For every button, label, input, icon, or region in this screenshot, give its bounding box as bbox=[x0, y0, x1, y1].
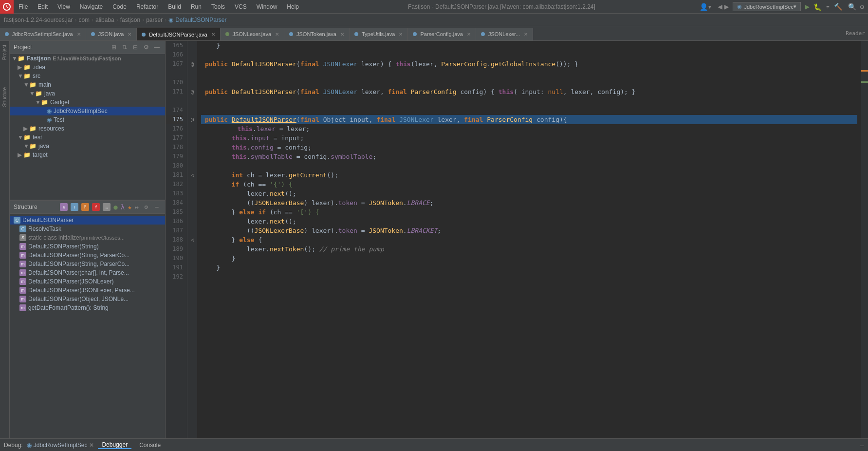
tab-typeutils[interactable]: TypeUtils.java ✕ bbox=[350, 28, 408, 40]
bc-class[interactable]: ◉ bbox=[168, 17, 173, 23]
root-name: Fastjson bbox=[27, 55, 51, 62]
structure-settings-icon[interactable]: ⚙ bbox=[142, 203, 150, 211]
tree-src[interactable]: ▼ 📁 src bbox=[10, 72, 165, 80]
tree-target[interactable]: ▶ 📁 target bbox=[10, 150, 165, 159]
menu-refactor[interactable]: Refactor bbox=[131, 0, 163, 13]
project-collapse-icon[interactable]: ⊟ bbox=[131, 43, 140, 52]
menu-code[interactable]: Code bbox=[108, 0, 131, 13]
menu-window[interactable]: Window bbox=[252, 0, 282, 13]
annotation-175[interactable]: @ bbox=[187, 115, 197, 124]
menu-help[interactable]: Help bbox=[282, 0, 304, 13]
tab-close-icon[interactable]: ✕ bbox=[211, 32, 215, 37]
tree-main[interactable]: ▼ 📁 main bbox=[10, 80, 165, 89]
account-icon[interactable]: 👤▾ bbox=[700, 3, 712, 11]
annotation-167[interactable]: @ bbox=[187, 59, 197, 69]
tree-gadget[interactable]: ▼ 📁 Gadget bbox=[10, 98, 165, 107]
tab-label: JdbcRowSetImplSec.java bbox=[12, 31, 73, 37]
struct-item-constructor3[interactable]: m DefaultJSONParser(String, ParserCo... bbox=[10, 260, 165, 268]
project-settings-icon[interactable]: ⚙ bbox=[142, 43, 150, 52]
tab-close-icon[interactable]: ✕ bbox=[467, 32, 471, 37]
bc-alibaba[interactable]: alibaba bbox=[95, 17, 114, 23]
forward-icon[interactable]: ▶ bbox=[724, 2, 729, 11]
code-content-area[interactable]: } public DefaultJSONParser ( final JSONL… bbox=[197, 41, 861, 438]
menu-build[interactable]: Build bbox=[163, 0, 186, 13]
tab-parserconfig[interactable]: ParserConfig.java ✕ bbox=[408, 28, 476, 40]
tree-test[interactable]: ◉ Test bbox=[10, 115, 165, 124]
debug-run-btn[interactable]: 🐛 bbox=[813, 3, 822, 11]
struct-item-constructor4[interactable]: m DefaultJSONParser(char[], int, Parse..… bbox=[10, 268, 165, 277]
bc-fastjson[interactable]: fastjson bbox=[120, 17, 140, 23]
filter2-icon[interactable]: f bbox=[92, 203, 100, 211]
tab-jsonlexer[interactable]: JSONLexer.java ✕ bbox=[221, 28, 284, 40]
tab-jsontoken[interactable]: JSONToken.java ✕ bbox=[284, 28, 350, 40]
tree-test-java[interactable]: ▼ 📁 java bbox=[10, 142, 165, 150]
struct-item-constructor6[interactable]: m DefaultJSONParser(JSONLexer, Parse... bbox=[10, 286, 165, 295]
tab-close-icon[interactable]: ✕ bbox=[77, 32, 81, 37]
tree-root[interactable]: ▼ 📁 Fastjson E:\JavaWebStudy\Fastjson bbox=[10, 54, 165, 63]
folder-icon: 📁 bbox=[18, 55, 25, 62]
struct-item-defaultjsonparser[interactable]: C DefaultJSONParser bbox=[10, 216, 165, 225]
run-btn[interactable]: ▶ bbox=[805, 2, 810, 11]
project-scroll-icon[interactable]: ⇅ bbox=[120, 43, 129, 52]
struct-item-getdatefomartpattern[interactable]: m getDateFomartPattern(): String bbox=[10, 303, 165, 312]
filter-icon[interactable]: F bbox=[81, 203, 89, 211]
struct-item-constructor2[interactable]: m DefaultJSONParser(String, ParserCo... bbox=[10, 251, 165, 260]
menu-vcs[interactable]: VCS bbox=[230, 0, 252, 13]
project-minimize-icon[interactable]: — bbox=[152, 43, 161, 52]
tab-json[interactable]: JSON.java ✕ bbox=[86, 28, 137, 40]
structure-panel-toggle[interactable]: Structure bbox=[2, 87, 7, 107]
tab-jsonlexer2[interactable]: JSONLexer... ✕ bbox=[476, 28, 533, 40]
method-icon: m bbox=[19, 252, 26, 259]
struct-item-resolvetask[interactable]: C ResolveTask bbox=[10, 225, 165, 233]
struct-item-constructor1[interactable]: m DefaultJSONParser(String) bbox=[10, 242, 165, 251]
expand-icon[interactable]: ↔ bbox=[135, 203, 139, 211]
sort-alpha-icon[interactable]: ⇅ bbox=[60, 203, 68, 211]
coverage-btn[interactable]: ☂ bbox=[826, 3, 830, 11]
project-layout-icon[interactable]: ⊞ bbox=[110, 43, 118, 52]
back-icon[interactable]: ◀ bbox=[718, 2, 722, 11]
more-icon[interactable]: … bbox=[103, 203, 111, 211]
tab-close-icon[interactable]: ✕ bbox=[128, 32, 131, 37]
annotation-171[interactable]: @ bbox=[187, 87, 197, 96]
tab-defaultjsonparser[interactable]: DefaultJSONParser.java ✕ bbox=[137, 28, 220, 40]
menu-edit[interactable]: Edit bbox=[33, 0, 53, 13]
sort-order-icon[interactable]: ⇕ bbox=[71, 203, 78, 211]
tab-jdbcrowsetimplsec[interactable]: JdbcRowSetImplSec.java ✕ bbox=[0, 28, 86, 40]
project-panel-toggle[interactable]: Project bbox=[2, 45, 7, 60]
debug-tab-console[interactable]: Console bbox=[135, 442, 165, 449]
debug-tab-debugger[interactable]: Debugger bbox=[98, 441, 131, 449]
bc-parser[interactable]: parser bbox=[146, 17, 163, 23]
debug-panel-minimize-icon[interactable]: — bbox=[860, 441, 864, 449]
menu-run[interactable]: Run bbox=[186, 0, 206, 13]
search-everywhere-btn[interactable]: 🔍 bbox=[848, 3, 856, 11]
circle-icon[interactable]: ● bbox=[113, 203, 117, 211]
lambda-icon[interactable]: λ bbox=[121, 203, 125, 211]
bc-jar[interactable]: fastjson-1.2.24-sources.jar bbox=[4, 17, 73, 23]
tree-idea[interactable]: ▶ 📁 .idea bbox=[10, 63, 165, 72]
build-btn[interactable]: 🔨 bbox=[834, 3, 842, 11]
tree-java[interactable]: ▼ 📁 java bbox=[10, 89, 165, 98]
tree-jdbcrowset[interactable]: ◉ JdbcRowSetImplSec bbox=[10, 107, 165, 115]
run-config-selector[interactable]: ◉ JdbcRowSetImplSec ▾ bbox=[733, 2, 801, 11]
menu-tools[interactable]: Tools bbox=[206, 0, 230, 13]
star-icon[interactable]: ★ bbox=[128, 203, 131, 211]
tab-close-icon[interactable]: ✕ bbox=[524, 32, 528, 37]
tab-close-icon[interactable]: ✕ bbox=[399, 32, 403, 37]
menu-view[interactable]: View bbox=[53, 0, 75, 13]
method-icon: m bbox=[19, 296, 26, 302]
tab-close-icon[interactable]: ✕ bbox=[275, 32, 279, 37]
tree-test-folder[interactable]: ▼ 📁 test bbox=[10, 133, 165, 142]
settings-icon[interactable]: ⚙ bbox=[860, 3, 864, 11]
tab-close-icon[interactable]: ✕ bbox=[340, 32, 344, 37]
menu-file[interactable]: File bbox=[14, 0, 33, 13]
tree-resources[interactable]: ▶ 📁 resources bbox=[10, 124, 165, 133]
debug-session-close[interactable]: ✕ bbox=[89, 442, 94, 449]
menu-navigate[interactable]: Navigate bbox=[75, 0, 108, 13]
struct-item-constructor5[interactable]: m DefaultJSONParser(JSONLexer) bbox=[10, 277, 165, 286]
struct-item-constructor7[interactable]: m DefaultJSONParser(Object, JSONLe... bbox=[10, 295, 165, 303]
bc-class-name[interactable]: DefaultJSONParser bbox=[175, 17, 226, 23]
bc-com[interactable]: com bbox=[78, 17, 90, 23]
struct-item-static-init[interactable]: S static class initializer primitiveClas… bbox=[10, 233, 165, 242]
code-editor-main: 165 166 167 170 171 174 175 176 177 178 … bbox=[166, 41, 868, 438]
structure-minimize-icon[interactable]: — bbox=[152, 203, 161, 211]
